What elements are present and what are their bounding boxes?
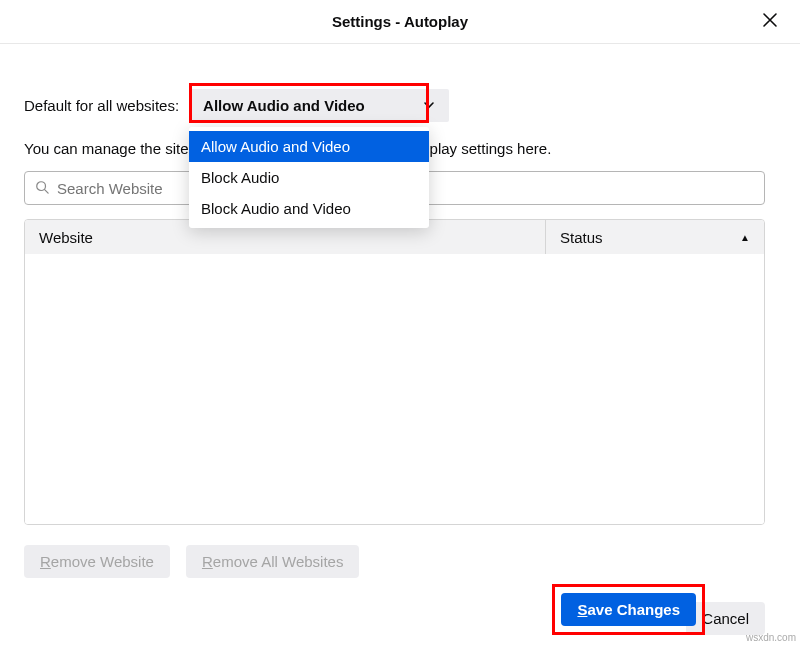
dropdown-option[interactable]: Block Audio [189, 162, 429, 193]
default-row: Default for all websites: Allow Audio an… [24, 89, 765, 122]
accesskey-underline: R [202, 553, 213, 570]
column-header-website-label: Website [39, 229, 93, 246]
highlight-box: Save Changes [552, 584, 705, 635]
remove-website-button[interactable]: Remove Website [24, 545, 170, 578]
watermark: wsxdn.com [746, 632, 796, 643]
dropdown-option[interactable]: Allow Audio and Video [189, 131, 429, 162]
accesskey-underline: R [40, 553, 51, 570]
website-table: Website Status ▲ [24, 219, 765, 525]
column-header-status-label: Status [560, 229, 603, 246]
dialog-header: Settings - Autoplay [0, 0, 800, 44]
remove-all-websites-button[interactable]: Remove All Websites [186, 545, 359, 578]
accesskey-underline: S [577, 601, 587, 618]
sort-icon: ▲ [740, 232, 750, 243]
close-icon[interactable] [762, 12, 778, 31]
default-dropdown[interactable]: Allow Audio and Video [189, 89, 449, 122]
svg-line-1 [45, 190, 49, 194]
search-icon [35, 180, 49, 196]
dropdown-option[interactable]: Block Audio and Video [189, 193, 429, 224]
dropdown-menu: Allow Audio and Video Block Audio Block … [189, 127, 429, 228]
chevron-down-icon [423, 98, 435, 114]
dropdown-selected-label: Allow Audio and Video [203, 97, 365, 114]
dialog-title: Settings - Autoplay [332, 13, 468, 30]
remove-buttons-row: Remove Website Remove All Websites [24, 545, 765, 578]
default-label: Default for all websites: [24, 97, 179, 114]
dialog-actions: Save Changes Cancel [24, 602, 765, 635]
save-changes-button[interactable]: Save Changes [561, 593, 696, 626]
column-header-status[interactable]: Status ▲ [546, 220, 764, 254]
table-body [25, 254, 764, 524]
svg-point-0 [37, 182, 46, 191]
